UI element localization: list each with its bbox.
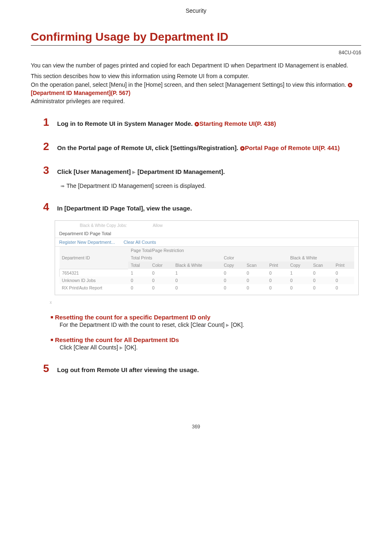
th-tp-total: Total [128,261,150,269]
link-circle-icon [194,122,199,127]
step-number-4: 4 [43,201,51,212]
link-starting-remote-ui[interactable]: Starting Remote UI(P. 438) [194,120,276,127]
sub-heading-reset-all: ■Resetting the count for All Department … [51,336,361,343]
th-b-print: Print [333,261,354,269]
ss-faint-label: Black & White Copy Jobs: [80,223,127,228]
ss-section-title: Department ID Page Total [55,229,358,238]
page-header-section: Security [31,4,361,30]
sub-body-reset-all: Click [Clear All Counts] ▶ [OK]. [60,344,361,351]
ss-footer-mark: x [31,299,361,305]
th-b-scan: Scan [311,261,333,269]
th-b-copy: Copy [288,261,311,269]
th-tp-bw: Black & White [173,261,221,269]
ss-register-new-dept-link[interactable]: Register New Department... [59,240,115,245]
link-circle-icon [240,146,245,151]
link-portal-page[interactable]: Portal Page of Remote UI(P. 441) [240,144,340,151]
intro-line-2b: On the operation panel, select [Menu] in… [31,81,348,88]
result-arrow-icon: ➠ [60,183,65,189]
sub-body-reset-specific: For the Department ID with the count to … [60,321,361,328]
ss-table: Department ID Page Total/Page Restrictio… [59,247,354,291]
step-number-5: 5 [43,363,51,374]
th-c-copy: Copy [221,261,244,269]
intro-paragraph-2: This section describes how to view this … [31,72,361,105]
table-row: 7654321 1 0 1 0 0 0 1 0 0 [60,269,355,277]
step-5-text: Log out from Remote UI after viewing the… [57,365,199,375]
table-row: RX Print/Auto Report 0 0 0 0 0 0 0 0 0 [60,284,355,291]
step-3-text: Click [User Management] ▶ [Department ID… [57,167,225,177]
th-c-scan: Scan [244,261,267,269]
intro-line-3: Administrator privileges are required. [31,98,125,104]
ss-clear-all-counts-link[interactable]: Clear All Counts [124,240,156,245]
step-number-2: 2 [43,141,51,152]
ss-faint-value: Allow [153,223,163,228]
th-tp-color: Color [150,261,173,269]
link-circle-icon [348,83,353,88]
intro-paragraph-1: You can view the number of pages printed… [31,61,361,69]
step-number-1: 1 [43,117,51,127]
page-number: 369 [31,424,361,430]
step-number-3: 3 [43,165,51,176]
intro-line-2a: This section describes how to view this … [31,73,249,79]
document-code: 84CU-016 [31,50,361,56]
step-4-text: In [Department ID Page Total], view the … [57,204,192,213]
screenshot-dept-id-page-total: Black & White Copy Jobs: Allow Departmen… [55,220,359,295]
step-3-result: The [Department ID Management] screen is… [67,183,206,189]
step-1-text: Log in to Remote UI in System Manager Mo… [57,119,276,129]
th-bw: Black & White [288,254,354,261]
square-bullet-icon: ■ [51,314,53,319]
th-color: Color [221,254,288,261]
square-bullet-icon: ■ [51,337,53,342]
th-page-total: Page Total/Page Restriction [128,247,354,254]
th-total-prints: Total Prints [128,254,221,261]
step-2-text: On the Portal page of Remote UI, click [… [57,143,340,153]
page-title: Confirming Usage by Department ID [31,30,361,46]
sub-heading-reset-specific: ■Resetting the count for a specific Depa… [51,314,361,321]
th-dept-id: Department ID [60,247,129,269]
table-row: Unknown ID Jobs 0 0 0 0 0 0 0 0 0 [60,277,355,284]
th-c-print: Print [267,261,288,269]
